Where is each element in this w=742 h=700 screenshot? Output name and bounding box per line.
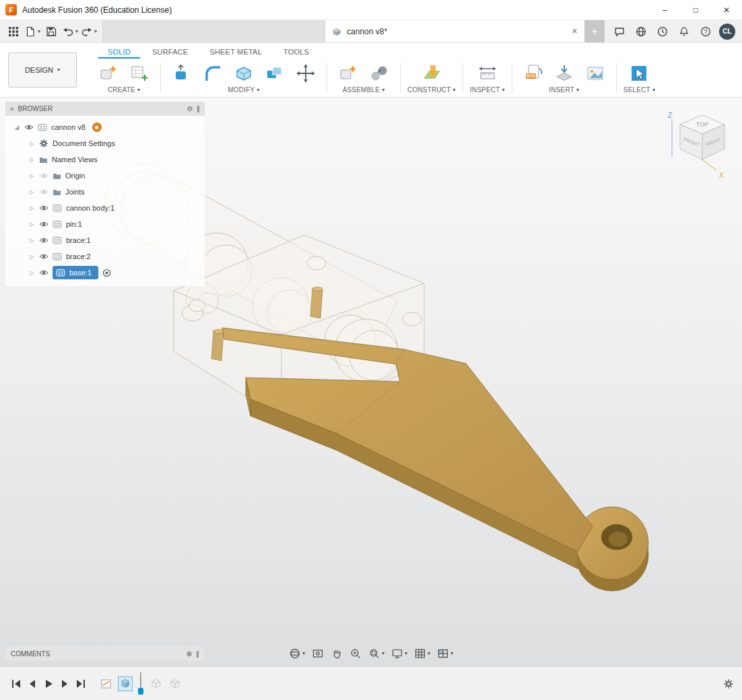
browser-item-base-selected[interactable]: ▷ base:1 (5, 265, 205, 281)
collapse-panel-icon[interactable]: « (10, 105, 14, 112)
browser-item-origin[interactable]: ▷ Origin (5, 168, 205, 184)
timeline-track[interactable] (100, 672, 182, 695)
undo-button[interactable]: ▾ (62, 23, 78, 40)
save-button[interactable] (43, 23, 59, 40)
browser-item-pin[interactable]: ▷ pin:1 (5, 216, 205, 232)
panel-grip-icon[interactable]: ∥ (196, 650, 199, 658)
combine-icon[interactable] (261, 61, 289, 86)
expand-arrow-icon[interactable]: ◢ (13, 124, 20, 131)
timeline-position-marker[interactable] (137, 672, 144, 695)
select-cursor-icon[interactable] (625, 61, 653, 86)
browser-item-cannon-body[interactable]: ▷ cannon body:1 (5, 200, 205, 216)
maximize-button[interactable]: □ (680, 0, 711, 20)
assemble-dropdown[interactable]: ASSEMBLE▾ (343, 86, 385, 96)
visibility-eye-icon[interactable] (39, 237, 48, 244)
timeline-go-to-start-button[interactable] (8, 676, 24, 692)
joint-icon[interactable] (365, 61, 393, 86)
modify-dropdown[interactable]: MODIFY▾ (228, 86, 259, 96)
create-dropdown[interactable]: CREATE▾ (108, 86, 140, 96)
timeline-step-back-button[interactable] (24, 676, 40, 692)
construct-plane-icon[interactable] (417, 61, 446, 86)
panel-grip-icon[interactable]: ∥ (197, 105, 200, 112)
timeline-extrude-feature-icon[interactable] (119, 677, 132, 691)
browser-item-named-views[interactable]: ▷ Named Views (5, 151, 205, 168)
insert-dropdown[interactable]: INSERT▾ (549, 86, 579, 96)
notifications-bell-icon[interactable] (676, 23, 692, 40)
comments-icon[interactable] (611, 23, 628, 40)
tab-surface[interactable]: SURFACE (143, 46, 197, 59)
selected-item-highlight[interactable]: base:1 (53, 266, 98, 279)
expand-arrow-icon[interactable]: ▷ (28, 254, 35, 260)
help-icon[interactable]: ? (698, 23, 714, 40)
timeline-suppressed-feature-icon[interactable] (149, 677, 163, 691)
visibility-eye-icon[interactable] (39, 253, 48, 260)
new-tab-button[interactable]: + (584, 20, 605, 42)
viewcube[interactable]: Z TOP FRONT RIGHT X (645, 110, 733, 188)
activate-component-radio[interactable] (102, 269, 111, 277)
browser-header[interactable]: « BROWSER ⊖ ∥ (5, 102, 205, 116)
tab-solid[interactable]: SOLID (98, 46, 140, 59)
expand-arrow-icon[interactable]: ▷ (28, 221, 35, 228)
expand-arrow-icon[interactable]: ▷ (28, 173, 35, 179)
browser-item-joints[interactable]: ▷ Joints (5, 184, 205, 200)
grid-snaps-icon[interactable]: ▾ (411, 646, 433, 661)
assemble-new-component-icon[interactable] (334, 61, 362, 86)
timeline-play-button[interactable] (40, 676, 57, 692)
orbit-icon[interactable]: ▾ (286, 646, 308, 661)
visibility-eye-icon[interactable] (39, 269, 48, 276)
display-settings-icon[interactable]: ▾ (389, 646, 410, 661)
expand-arrow-icon[interactable]: ▷ (28, 270, 35, 276)
expand-arrow-icon[interactable]: ▷ (28, 238, 35, 244)
job-status-clock-icon[interactable] (654, 23, 671, 40)
visibility-eye-icon[interactable] (39, 221, 48, 228)
timeline-suppressed-feature-icon[interactable] (168, 677, 182, 691)
workspace-selector-design[interactable]: DESIGN ▾ (8, 53, 77, 88)
visibility-eye-icon[interactable] (39, 172, 48, 179)
document-tab[interactable]: cannon v8* ✕ (325, 20, 584, 42)
new-component-icon[interactable] (94, 61, 123, 86)
insert-svg-icon[interactable]: SVG (519, 61, 547, 86)
file-menu-button[interactable]: ▾ (24, 23, 40, 40)
fillet-icon[interactable] (199, 61, 227, 86)
insert-mesh-icon[interactable] (550, 61, 578, 86)
redo-button[interactable]: ▾ (81, 23, 97, 40)
web-icon[interactable] (633, 23, 649, 40)
3d-viewport[interactable]: « BROWSER ⊖ ∥ ◢ cannon v8 ▷ Document Set (0, 98, 742, 666)
shell-icon[interactable] (230, 61, 258, 86)
timeline-step-forward-button[interactable] (57, 676, 73, 692)
tab-sheet-metal[interactable]: SHEET METAL (200, 46, 271, 59)
construct-dropdown[interactable]: CONSTRUCT▾ (407, 86, 456, 96)
canvas-image-icon[interactable] (581, 61, 609, 86)
zoom-icon[interactable] (347, 646, 364, 661)
visibility-eye-icon[interactable] (24, 124, 34, 131)
look-at-icon[interactable] (309, 646, 327, 661)
browser-item-brace-2[interactable]: ▷ brace:2 (5, 248, 205, 265)
collapse-all-icon[interactable]: ⊖ (187, 105, 193, 112)
timeline-sketch-feature-icon[interactable] (100, 677, 113, 691)
add-comment-icon[interactable]: ⊕ (187, 650, 192, 658)
press-pull-icon[interactable] (168, 61, 196, 86)
viewports-icon[interactable]: ▾ (434, 646, 456, 661)
visibility-eye-icon[interactable] (39, 188, 48, 195)
browser-item-brace-1[interactable]: ▷ brace:1 (5, 232, 205, 248)
expand-arrow-icon[interactable]: ▷ (28, 157, 35, 163)
select-dropdown[interactable]: SELECT▾ (623, 86, 655, 96)
expand-arrow-icon[interactable]: ▷ (28, 141, 35, 147)
inspect-dropdown[interactable]: INSPECT▾ (470, 86, 505, 96)
tab-close-icon[interactable]: ✕ (572, 27, 578, 36)
fit-icon[interactable]: ▾ (366, 646, 387, 661)
user-avatar[interactable]: CL (719, 24, 735, 40)
expand-arrow-icon[interactable]: ▷ (28, 205, 35, 211)
measure-icon[interactable] (473, 61, 502, 86)
expand-arrow-icon[interactable]: ▷ (28, 189, 35, 195)
timeline-settings-gear-icon[interactable] (723, 678, 734, 689)
close-button[interactable]: ✕ (711, 0, 742, 20)
comments-bar[interactable]: COMMENTS ⊕ ∥ (5, 646, 205, 661)
pan-hand-icon[interactable] (328, 646, 345, 661)
browser-item-document-settings[interactable]: ▷ Document Settings (5, 135, 205, 151)
visibility-eye-icon[interactable] (39, 205, 48, 211)
app-grid-icon[interactable] (5, 23, 22, 40)
tab-tools[interactable]: TOOLS (274, 46, 318, 59)
move-copy-icon[interactable] (292, 61, 320, 86)
browser-root-item[interactable]: ◢ cannon v8 (5, 119, 205, 135)
